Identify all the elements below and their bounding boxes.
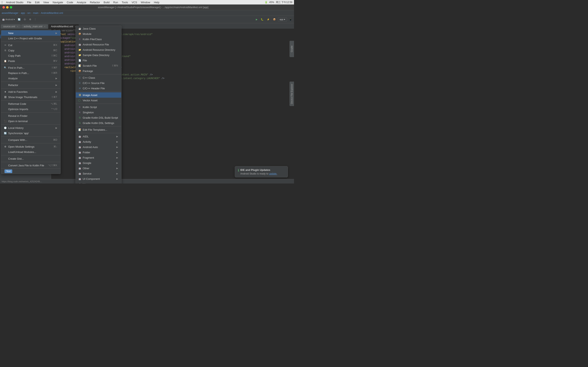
menu-navigate[interactable]: Navigate — [51, 1, 65, 4]
ctx-item-create-gist[interactable]: Create Gist... — [1, 156, 61, 161]
menu-build[interactable]: Build — [102, 1, 111, 4]
new-activity[interactable]: 🤖 Activity ▶ — [76, 139, 121, 144]
new-other[interactable]: 🤖 Other ▶ — [76, 166, 121, 171]
new-ui-component[interactable]: 🤖 UI Component ▶ — [76, 176, 121, 182]
toolbar-add[interactable]: ➕ — [22, 17, 27, 21]
tab-source-xml[interactable]: source.xml ✕ — [1, 24, 21, 29]
maximize-button[interactable] — [10, 6, 12, 8]
tab-android-manifest-xml[interactable]: AndroidManifest.xml ✕ — [48, 24, 79, 29]
breadcrumb-manifest[interactable]: AndroidManifest.xml — [41, 12, 63, 15]
new-kotlin-file[interactable]: K Kotlin File/Class — [76, 36, 121, 42]
new-wear[interactable]: 🤖 Wear ▶ — [76, 182, 121, 184]
activity-arrow: ▶ — [116, 141, 118, 143]
menu-window[interactable]: Window — [139, 1, 152, 4]
ctx-item-refactor[interactable]: Refactor ▶ — [1, 82, 61, 88]
module-icon: 📦 — [78, 32, 81, 35]
ctx-item-module-settings[interactable]: ⚙ Open Module Settings ⌘↓ — [1, 144, 61, 149]
finder-icon — [4, 114, 7, 117]
toolbar-settings[interactable]: ⚙ — [28, 17, 33, 21]
toolbar-android-dropdown[interactable]: 🤖 Android ▾ — [1, 17, 16, 21]
breadcrumb-project[interactable]: assestManager — [2, 12, 18, 15]
toolbar-profile[interactable]: ⚡ — [266, 17, 271, 21]
ctx-item-link-cpp[interactable]: Link C++ Project with Gradle — [1, 36, 61, 41]
toolbar-build-apk[interactable]: 📦 — [272, 17, 277, 21]
menu-help[interactable]: Help — [152, 1, 161, 4]
ctx-item-load-modules[interactable]: Load/Unload Modules... — [1, 149, 61, 155]
ctx-item-cut[interactable]: ✂ Cut ⌘X — [1, 42, 61, 48]
new-gradle-kotlin-settings[interactable]: G Gradle Kotlin DSL Settings — [76, 120, 121, 125]
new-java-class[interactable]: ☕ Java Class — [76, 26, 121, 31]
menu-file[interactable]: File — [25, 1, 33, 4]
new-android-auto[interactable]: 🤖 Android Auto ▶ — [76, 144, 121, 150]
toolbar-debug[interactable]: 🐛 — [259, 17, 265, 21]
menu-analyze[interactable]: Analyze — [75, 1, 88, 4]
new-scratch-file[interactable]: 📝 Scratch File ⇧⌘N — [76, 63, 121, 68]
ctx-item-paste[interactable]: 📋 Paste ⌘V — [1, 58, 61, 64]
new-aidl[interactable]: 🤖 AIDL ▶ — [76, 134, 121, 139]
new-service[interactable]: 🤖 Service ▶ — [76, 171, 121, 176]
menu-view[interactable]: View — [42, 1, 51, 4]
toolbar-more[interactable]: ⋮ — [33, 17, 38, 21]
menu-refactor[interactable]: Refactor — [88, 1, 102, 4]
new-cpp-header[interactable]: H C/C++ Header File — [76, 86, 121, 91]
menu-vcs[interactable]: VCS — [130, 1, 139, 4]
ctx-item-optimize-imports[interactable]: Optimize Imports ^⌥O — [1, 106, 61, 112]
menu-run[interactable]: Run — [112, 1, 120, 4]
ctx-item-show-thumbnails[interactable]: 🖼 Show Image Thumbnails ⇧⌘T — [1, 94, 61, 100]
new-fragment[interactable]: 🤖 Fragment ▶ — [76, 155, 121, 160]
new-module[interactable]: 📦 Module — [76, 31, 121, 36]
ctx-item-local-history[interactable]: 🕐 Local History ▶ — [1, 125, 61, 131]
new-image-asset[interactable]: 🖼 Image Asset — [76, 92, 121, 98]
new-cpp-class[interactable]: C C++ Class — [76, 75, 121, 80]
menu-code[interactable]: Code — [65, 1, 75, 4]
new-vector-asset[interactable]: ⃝ Vector Asset — [76, 98, 121, 103]
device-explorer-side-tab[interactable]: Device File Explorer — [290, 82, 294, 106]
new-sample-data-dir[interactable]: 📁 Sample Data Directory — [76, 52, 121, 58]
ctx-item-convert-kotlin[interactable]: Convert Java File to Kotlin File ⌥⇧⌘K — [1, 163, 61, 168]
new-package[interactable]: 📦 Package — [76, 68, 121, 74]
new-file[interactable]: 📄 File — [76, 58, 121, 63]
ctx-item-analyze[interactable]: Analyze ▶ — [1, 76, 61, 81]
ctx-item-copy[interactable]: ⎘ Copy ⌘C — [1, 48, 61, 53]
ctx-item-synchronize[interactable]: 🔄 Synchronize 'app' — [1, 131, 61, 136]
ctx-item-find-in-path[interactable]: 🔍 Find in Path... ⇧⌘F — [1, 65, 61, 70]
new-edit-templates[interactable]: 📝 Edit File Templates... — [76, 127, 121, 132]
tab-activity-main-close[interactable]: ✕ — [44, 25, 45, 28]
device-selector[interactable]: 📱 — [288, 17, 293, 21]
vector-asset-icon: ⃝ — [78, 99, 81, 102]
gradle-side-tab[interactable]: Gradle — [290, 41, 294, 57]
ctx-item-add-favorites[interactable]: ★ Add to Favorites ▶ — [1, 89, 61, 94]
tab-source-xml-close[interactable]: ✕ — [17, 25, 18, 28]
text-mode-btn[interactable]: Text — [4, 169, 12, 173]
app-selector[interactable]: app ▾ — [278, 17, 287, 21]
new-singleton[interactable]: K Singleton — [76, 110, 121, 115]
menu-tools[interactable]: Tools — [120, 1, 130, 4]
ctx-item-open-terminal[interactable]: ⬛ Open in terminal — [1, 118, 61, 124]
ctx-item-compare-with[interactable]: Compare With... ⌘D — [1, 137, 61, 142]
new-google[interactable]: 🤖 Google ▶ — [76, 160, 121, 166]
apple-menu[interactable]:  — [2, 1, 3, 4]
ctx-item-replace-in-path[interactable]: Replace in Path... ⇧⌘R — [1, 70, 61, 76]
menu-android-studio[interactable]: Android Studio — [4, 1, 25, 4]
tab-activity-main-xml[interactable]: activity_main.xml ✕ — [21, 24, 48, 29]
ctx-item-reformat[interactable]: Reformat Code ⌥⌘L — [1, 101, 61, 106]
menu-edit[interactable]: Edit — [33, 1, 41, 4]
new-kotlin-script[interactable]: K Kotlin Script — [76, 104, 121, 110]
new-android-resource-dir[interactable]: 📁 Android Resource Directory — [76, 47, 121, 52]
new-gradle-kotlin-build[interactable]: G Gradle Kotlin DSL Build Script — [76, 115, 121, 120]
breadcrumb-src[interactable]: src — [27, 12, 31, 15]
toolbar-sync[interactable]: 🔄 — [17, 17, 22, 21]
close-button[interactable] — [2, 6, 5, 8]
new-folder[interactable]: 🤖 Folder ▶ — [76, 150, 121, 155]
notification-update-link[interactable]: update. — [269, 172, 277, 175]
new-cpp-source[interactable]: C C/C++ Source File — [76, 80, 121, 86]
new-android-resource-file[interactable]: 🤖 Android Resource File — [76, 42, 121, 47]
file-new-icon: 📄 — [78, 59, 81, 62]
ctx-item-reveal-finder[interactable]: Reveal in Finder — [1, 113, 61, 118]
minimize-button[interactable] — [6, 6, 9, 8]
ctx-item-new[interactable]: New ▶ — [1, 30, 61, 36]
ctx-item-copy-path[interactable]: Copy Path ⇧⌘C — [1, 53, 61, 58]
breadcrumb-app[interactable]: app — [21, 12, 25, 15]
breadcrumb-main[interactable]: main — [33, 12, 38, 15]
toolbar-run[interactable]: ▶ — [255, 17, 259, 21]
